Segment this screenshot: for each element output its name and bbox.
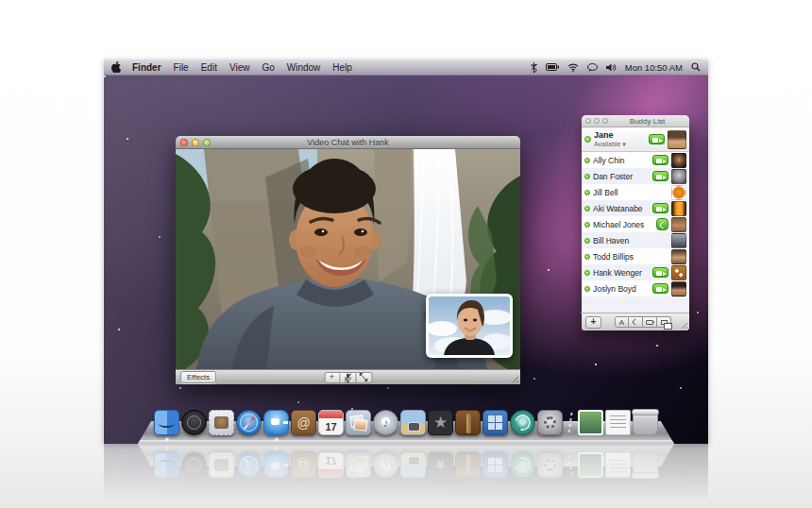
dock-icon-address-book[interactable]	[291, 410, 316, 435]
add-buddy-button[interactable]: +	[585, 316, 601, 329]
dock-icon-garageband[interactable]	[455, 410, 481, 435]
menu-bar: Finder File Edit View Go Window Help Mon…	[104, 59, 708, 76]
dock-icon-time-machine[interactable]	[510, 410, 535, 435]
video-chat-icon[interactable]	[652, 155, 668, 165]
menu-help[interactable]: Help	[332, 62, 352, 73]
camera-icon	[646, 320, 653, 325]
running-indicator	[165, 438, 168, 441]
dock-icon-mail[interactable]	[209, 410, 234, 435]
effects-button[interactable]: Effects	[180, 371, 216, 383]
video-chat-icon[interactable]	[652, 171, 668, 181]
dock-stack-pages[interactable]	[605, 410, 631, 435]
gingerbread-avatar	[671, 265, 686, 280]
available-status-icon	[584, 254, 590, 260]
dock-icon-dashboard[interactable]	[181, 410, 207, 435]
dock-icon-finder[interactable]	[154, 410, 179, 435]
buddy-list-window: Buddy List Jane Available ▾ Ally Chin	[582, 115, 689, 330]
buddy-row-michael-jones[interactable]: Michael Jones	[582, 216, 689, 232]
avatar	[671, 217, 686, 232]
ical-date: 17	[319, 418, 343, 434]
avatar	[671, 153, 686, 168]
dock-icon-system-preferences[interactable]	[537, 410, 563, 435]
chevron-down-icon: ▾	[622, 141, 626, 147]
ichat-status-icon[interactable]	[587, 63, 598, 72]
minimize-button[interactable]	[594, 118, 600, 124]
buddy-list-title: Buddy List	[611, 117, 685, 126]
screen-share-button[interactable]	[657, 316, 671, 328]
avatar	[671, 233, 686, 248]
menu-file[interactable]: File	[174, 62, 189, 73]
close-button[interactable]	[585, 118, 591, 124]
video-chat-icon[interactable]	[649, 134, 665, 144]
bluetooth-icon[interactable]	[531, 62, 537, 73]
buddy-row-ally-chin[interactable]: Ally Chin	[582, 152, 689, 168]
zoom-button[interactable]	[602, 118, 608, 124]
available-status-icon	[584, 174, 590, 179]
dock-icon-trash[interactable]	[633, 410, 658, 435]
menu-finder[interactable]: Finder	[132, 62, 161, 73]
spotlight-icon[interactable]	[691, 62, 701, 72]
audio-chat-icon[interactable]	[656, 218, 668, 230]
menu-go[interactable]: Go	[262, 62, 274, 73]
dock-icon-preview[interactable]	[346, 410, 371, 435]
fullscreen-button[interactable]	[356, 372, 372, 383]
menu-clock[interactable]: Mon 10:50 AM	[625, 62, 683, 73]
dock-icon-iphoto[interactable]	[400, 410, 426, 435]
buddy-row-joslyn-boyd[interactable]: Joslyn Boyd	[582, 280, 689, 296]
butterfly-avatar	[671, 185, 686, 200]
my-name: Jane	[594, 131, 646, 141]
add-buddy-button[interactable]: +	[324, 372, 340, 383]
text-chat-button[interactable]: A	[615, 316, 629, 328]
video-chat-button[interactable]	[643, 316, 657, 328]
menu-edit[interactable]: Edit	[201, 62, 217, 73]
star-field	[104, 76, 106, 77]
dock-icon-spaces[interactable]	[482, 410, 508, 435]
menu-window[interactable]: Window	[287, 62, 321, 73]
dock-icon-ical[interactable]: 17	[318, 410, 344, 435]
dock-icon-safari[interactable]	[236, 410, 262, 435]
menu-view[interactable]: View	[229, 62, 250, 73]
butterfly-avatar	[671, 201, 686, 216]
screen-share-icon	[661, 320, 668, 325]
resize-grip[interactable]	[679, 320, 687, 329]
available-status-icon	[584, 136, 591, 143]
dock-stack-documents[interactable]	[578, 410, 603, 435]
dock-icon-itunes[interactable]	[373, 410, 398, 435]
dock-icon-imovie[interactable]	[428, 410, 453, 435]
buddy-row-aki-watanabe[interactable]: Aki Watanabe	[582, 200, 689, 216]
avatar	[671, 281, 686, 296]
video-chat-titlebar[interactable]: Video Chat with Hank	[176, 136, 520, 149]
avatar	[671, 169, 686, 184]
my-status-row[interactable]: Jane Available ▾	[582, 127, 689, 152]
buddy-row-todd-billips[interactable]: Todd Billips	[582, 248, 689, 264]
video-chat-icon[interactable]	[652, 267, 668, 278]
available-status-icon	[584, 222, 590, 228]
phone-icon	[632, 318, 639, 326]
local-video-preview[interactable]	[426, 294, 513, 358]
my-status[interactable]: Available ▾	[594, 141, 646, 148]
buddy-row-jill-bell[interactable]: Jill Bell	[582, 184, 689, 200]
video-chat-icon[interactable]	[652, 203, 668, 213]
buddy-row-dan-foster[interactable]: Dan Foster	[582, 168, 689, 184]
wifi-icon[interactable]	[567, 63, 579, 72]
avatar	[671, 249, 686, 264]
audio-chat-button[interactable]	[629, 316, 643, 328]
remote-video-feed	[176, 149, 520, 369]
video-chat-window: Video Chat with Hank	[176, 136, 520, 384]
mute-button[interactable]	[340, 372, 356, 383]
video-chat-icon[interactable]	[652, 283, 668, 294]
resize-grip[interactable]	[510, 374, 518, 382]
empty-row	[582, 296, 689, 313]
buddy-list-titlebar[interactable]: Buddy List	[582, 115, 689, 127]
available-status-icon	[584, 270, 590, 276]
volume-icon[interactable]	[606, 63, 617, 72]
desktop-wallpaper: Video Chat with Hank	[104, 76, 708, 444]
apple-menu-icon[interactable]	[111, 61, 121, 73]
dock: 17	[104, 400, 708, 444]
running-indicator	[275, 438, 278, 441]
dock-icon-ichat[interactable]	[263, 410, 289, 435]
available-status-icon	[584, 286, 590, 292]
buddy-row-bill-haven[interactable]: Bill Haven	[582, 232, 689, 248]
battery-icon[interactable]	[546, 63, 559, 71]
buddy-row-hank-wenger[interactable]: Hank Wenger	[582, 264, 689, 280]
